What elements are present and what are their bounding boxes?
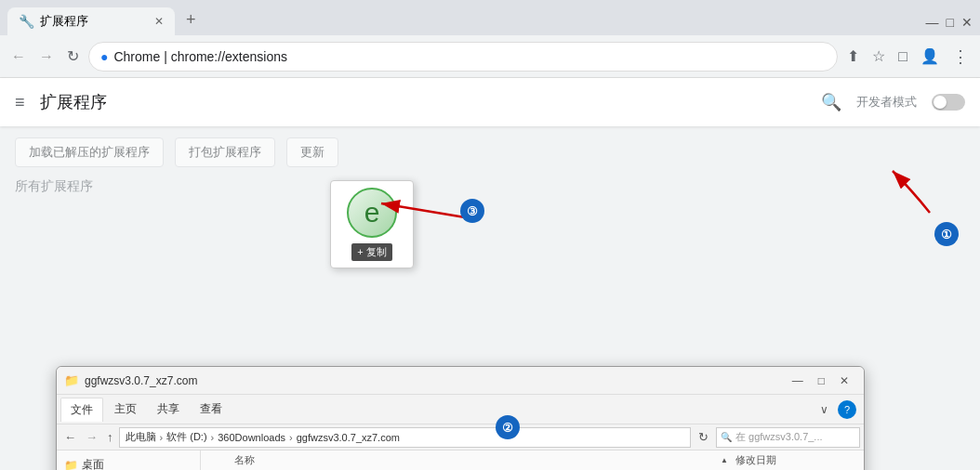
explorer-body: 📁 桌面 📁 pdfforge 💻 此电脑 📁 Wondershare [57, 450, 864, 470]
tab-icon: 🔧 [19, 14, 34, 29]
hamburger-icon[interactable]: ≡ [15, 93, 25, 112]
pack-extension-button[interactable]: 打包扩展程序 [175, 137, 275, 167]
breadcrumb-sep2: › [211, 432, 215, 443]
desktop-label: 桌面 [82, 457, 104, 470]
share-icon[interactable]: ⬆ [843, 44, 863, 69]
explorer-titlebar: 📁 ggfwzsv3.0.7_xz7.com — □ ✕ [57, 367, 864, 395]
ribbon-tab-view[interactable]: 查看 [191, 398, 232, 421]
extension-puzzle-icon[interactable]: □ [894, 45, 911, 69]
col-sort-icon: ▲ [721, 456, 728, 464]
menu-icon[interactable]: ⋮ [948, 43, 973, 71]
file-explorer-window: 📁 ggfwzsv3.0.7_xz7.com — □ ✕ 文件 主页 共享 查看… [56, 366, 865, 470]
load-unpacked-button[interactable]: 加载已解压的扩展程序 [15, 137, 164, 167]
step1-circle: ① [934, 222, 959, 246]
profile-icon[interactable]: 👤 [917, 44, 943, 69]
close-window-button[interactable]: ✕ [832, 372, 856, 389]
breadcrumb-item-drive: 软件 (D:) [166, 430, 206, 444]
explorer-nav: ← → ↑ 此电脑 › 软件 (D:) › 360Downloads › ggf… [57, 424, 864, 450]
search-icon[interactable]: 🔍 [821, 92, 841, 112]
breadcrumb-item-360: 360Downloads [218, 432, 285, 443]
window-controls: — □ ✕ [926, 15, 973, 35]
ribbon-tab-home[interactable]: 主页 [105, 398, 146, 421]
extensions-title: 扩展程序 [40, 91, 107, 113]
expand-ribbon-icon[interactable]: ∨ [813, 399, 836, 420]
ribbon-tab-share[interactable]: 共享 [148, 398, 189, 421]
dev-mode-label: 开发者模式 [856, 94, 917, 111]
nav-actions: ⬆ ☆ □ 👤 ⋮ [843, 43, 973, 71]
extensions-page: ≡ 扩展程序 🔍 开发者模式 加载已解压的扩展程序 打包扩展程序 更新 所有扩展… [0, 78, 980, 470]
tab-close-icon[interactable]: ✕ [154, 15, 164, 28]
exp-back-button[interactable]: ← [60, 428, 80, 446]
step3-circle: ③ [460, 199, 484, 223]
explorer-title: ggfwzsv3.0.7_xz7.com [85, 374, 785, 387]
browser-titlebar: 🔧 扩展程序 ✕ + — □ ✕ [0, 0, 980, 35]
search-bar-icon: 🔍 [721, 432, 732, 442]
address-bar[interactable]: ● Chrome | chrome://extensions [88, 42, 838, 72]
column-header: 名称 ▲ 修改日期 [201, 450, 864, 470]
maximize-icon[interactable]: □ [947, 15, 954, 30]
exp-forward-button[interactable]: → [82, 428, 101, 446]
help-icon[interactable]: ? [838, 400, 856, 419]
forward-button[interactable]: → [35, 45, 58, 69]
minimize-window-button[interactable]: — [785, 372, 811, 389]
close-window-icon[interactable]: ✕ [961, 15, 973, 30]
back-button[interactable]: ← [7, 45, 30, 69]
folder-title-icon: 📁 [64, 373, 79, 387]
col-name-header[interactable]: 名称 [234, 453, 713, 467]
minimize-icon[interactable]: — [926, 15, 939, 30]
explorer-sidebar: 📁 桌面 📁 pdfforge 💻 此电脑 📁 Wondershare [57, 450, 201, 470]
explorer-file-area: 名称 ▲ 修改日期 ☑ e 谷歌访问助手.crx 2022/4/12 8:43 [201, 450, 864, 470]
exp-refresh-button[interactable]: ↻ [693, 428, 714, 446]
crx-copy-badge: + 复制 [351, 243, 391, 261]
all-extensions-label: 所有扩展程序 [0, 178, 980, 195]
browser-nav: ← → ↻ ● Chrome | chrome://extensions ⬆ ☆… [0, 35, 980, 78]
new-tab-button[interactable]: + [179, 7, 204, 33]
update-button[interactable]: 更新 [286, 137, 338, 167]
refresh-button[interactable]: ↻ [63, 44, 83, 69]
crx-file-icon: e [347, 188, 397, 238]
breadcrumb-sep3: › [289, 432, 293, 443]
exp-up-button[interactable]: ↑ [103, 428, 117, 446]
address-text: Chrome | chrome://extensions [113, 49, 826, 64]
dev-mode-toggle[interactable] [932, 94, 965, 111]
exp-search-bar[interactable]: 🔍 在 ggfwzsv3.0.7_... [716, 427, 860, 448]
crx-drag-icon: e + 复制 [330, 180, 414, 268]
explorer-ribbon: 文件 主页 共享 查看 ∨ ? [57, 395, 864, 424]
breadcrumb-item-pc: 此电脑 [126, 430, 156, 444]
sidebar-item-desktop[interactable]: 📁 桌面 [57, 454, 200, 470]
tab-label: 扩展程序 [40, 13, 88, 30]
bookmark-icon[interactable]: ☆ [868, 44, 889, 69]
extensions-header: ≡ 扩展程序 🔍 开发者模式 [0, 78, 980, 126]
extensions-toolbar: 加载已解压的扩展程序 打包扩展程序 更新 [0, 126, 980, 178]
maximize-window-button[interactable]: □ [811, 372, 832, 389]
chrome-icon: ● [100, 49, 108, 64]
browser-tab[interactable]: 🔧 扩展程序 ✕ [7, 7, 175, 35]
breadcrumb-bar[interactable]: 此电脑 › 软件 (D:) › 360Downloads › ggfwzsv3.… [119, 427, 692, 448]
breadcrumb-item-folder: ggfwzsv3.0.7_xz7.com [297, 432, 400, 443]
search-bar-placeholder: 在 ggfwzsv3.0.7_... [735, 430, 823, 444]
breadcrumb-sep1: › [160, 432, 164, 443]
step2-circle: ② [496, 415, 520, 439]
ribbon-tab-file[interactable]: 文件 [60, 398, 103, 422]
col-date-header[interactable]: 修改日期 [735, 453, 856, 467]
desktop-folder-icon: 📁 [64, 459, 78, 471]
